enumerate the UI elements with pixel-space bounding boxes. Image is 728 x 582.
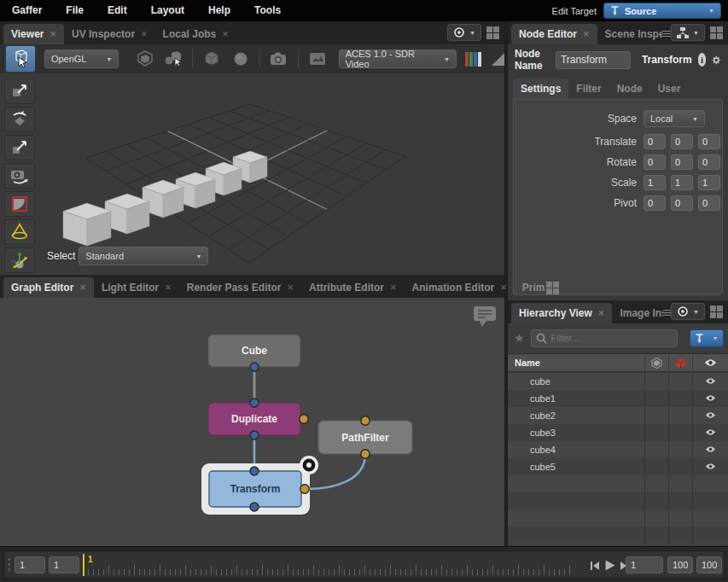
node-duplicate[interactable]: Duplicate — [208, 399, 308, 439]
node-port[interactable] — [361, 416, 370, 425]
tab-uv-inspector[interactable]: UV Inspector✕ — [64, 24, 155, 44]
filter-input[interactable] — [551, 333, 673, 343]
menu-edit[interactable]: Edit — [96, 0, 139, 21]
exposure-triangle-icon[interactable] — [492, 53, 504, 66]
layout-grid-icon[interactable] — [710, 306, 723, 318]
rotate-x-field[interactable] — [644, 154, 666, 170]
node-port[interactable] — [361, 450, 370, 458]
menu-lines-icon[interactable] — [663, 308, 671, 317]
visibility-toggle[interactable] — [692, 462, 728, 472]
renderer-dropdown[interactable]: OpenGL▼ — [44, 49, 119, 68]
space-dropdown[interactable]: Local▼ — [644, 110, 705, 127]
edit-scope-dropdown[interactable]: ▼ — [690, 329, 724, 347]
scale-z-field[interactable] — [698, 175, 720, 190]
transform-gizmo-tool-button[interactable] — [4, 247, 35, 273]
column-header-inclusions[interactable] — [644, 354, 668, 371]
info-icon[interactable]: i — [698, 53, 707, 67]
display-transform-dropdown[interactable]: ACES 1.0 - SDR Video▼ — [339, 49, 457, 68]
scale-tool-button[interactable] — [4, 135, 35, 160]
translate-z-field[interactable] — [698, 134, 720, 149]
frame-start-field[interactable] — [15, 556, 45, 573]
list-item[interactable]: cube1 — [508, 390, 728, 407]
close-icon[interactable]: ✕ — [79, 283, 86, 292]
list-item[interactable]: cube4 — [508, 441, 728, 458]
node-port[interactable] — [250, 399, 259, 407]
rotate-tool-button[interactable] — [4, 107, 35, 132]
node-port[interactable] — [250, 363, 259, 371]
translate-x-field[interactable] — [644, 134, 666, 149]
bookmarks-star-icon[interactable]: ★ — [514, 331, 525, 345]
close-icon[interactable]: ✕ — [50, 30, 56, 38]
tab-attribute-editor[interactable]: Attribute Editor✕ — [301, 277, 405, 298]
tab-image-inspector[interactable]: Image Inspe — [612, 303, 663, 323]
column-header-exclusions[interactable] — [668, 354, 692, 371]
pivot-z-field[interactable] — [698, 195, 720, 211]
shading-mode-button[interactable] — [197, 46, 226, 72]
annotation-bubble-icon[interactable] — [473, 306, 497, 328]
pivot-y-field[interactable] — [671, 195, 693, 211]
close-icon[interactable]: ✕ — [583, 30, 590, 38]
rotate-z-field[interactable] — [698, 154, 720, 170]
list-item[interactable]: cube3 — [508, 424, 728, 441]
light-tool-button[interactable] — [4, 219, 35, 245]
crop-window-tool-button[interactable] — [4, 191, 35, 217]
tab-node-editor[interactable]: Node Editor✕ — [511, 24, 597, 44]
lighting-mode-button[interactable] — [226, 46, 255, 72]
tab-graph-editor[interactable]: Graph Editor✕ — [3, 277, 94, 298]
panel-focus-button[interactable]: ▼ — [447, 24, 481, 41]
shaded-wireframe-button[interactable] — [131, 46, 160, 72]
tab-render-pass-editor[interactable]: Render Pass Editor✕ — [179, 277, 301, 298]
end-frame-field[interactable] — [667, 556, 693, 573]
tab-primitive-inspector[interactable]: Prim — [515, 277, 547, 298]
visibility-toggle[interactable] — [692, 410, 728, 421]
menu-layout[interactable]: Layout — [139, 0, 196, 21]
node-transform[interactable]: Transform — [201, 456, 318, 515]
menu-file[interactable]: File — [54, 0, 96, 21]
translate-tool-button[interactable] — [4, 79, 35, 104]
tab-filter[interactable]: Filter — [568, 79, 609, 99]
layout-grid-icon[interactable] — [546, 282, 559, 294]
list-item[interactable]: cube5 — [508, 458, 728, 475]
timeline-ruler[interactable] — [83, 554, 583, 578]
rotate-y-field[interactable] — [671, 154, 693, 170]
pivot-x-field[interactable] — [644, 195, 666, 211]
node-name-input[interactable] — [556, 51, 631, 69]
range-end-field[interactable] — [696, 556, 722, 573]
tab-light-editor[interactable]: Light Editor✕ — [94, 277, 179, 298]
node-pathfilter[interactable]: PathFilter — [318, 416, 412, 458]
tab-scene-inspector[interactable]: Scene Inspecto — [597, 24, 663, 44]
drag-handle[interactable] — [8, 558, 10, 571]
layout-grid-icon[interactable] — [710, 26, 723, 39]
camera-tool-button[interactable] — [4, 163, 35, 189]
visibility-toggle[interactable] — [692, 428, 728, 438]
tab-settings[interactable]: Settings — [513, 79, 568, 99]
close-icon[interactable]: ✕ — [141, 30, 148, 38]
node-port[interactable] — [300, 485, 309, 493]
visibility-toggle[interactable] — [692, 393, 728, 404]
menu-gaffer[interactable]: Gaffer — [0, 0, 54, 21]
close-icon[interactable]: ✕ — [598, 309, 605, 317]
menu-help[interactable]: Help — [196, 0, 242, 21]
tab-hierarchy-view[interactable]: Hierarchy View✕ — [511, 303, 612, 323]
tab-animation-editor[interactable]: Animation Editor✕ — [405, 277, 515, 298]
view-settings-button[interactable] — [303, 46, 332, 72]
list-item[interactable]: cube2 — [508, 407, 728, 424]
close-icon[interactable]: ✕ — [287, 283, 294, 292]
node-cube[interactable]: Cube — [208, 335, 300, 371]
node-port[interactable] — [250, 467, 259, 475]
edit-target-dropdown[interactable]: Source ▼ — [603, 3, 721, 19]
close-icon[interactable]: ✕ — [390, 283, 397, 292]
visibility-toggle[interactable] — [692, 445, 728, 455]
menu-lines-icon[interactable] — [662, 29, 671, 38]
tab-user[interactable]: User — [650, 79, 689, 99]
name-column-header[interactable]: Name — [515, 358, 540, 368]
list-item[interactable]: cube — [508, 373, 728, 390]
menu-tools[interactable]: Tools — [242, 0, 293, 21]
close-icon[interactable]: ✕ — [500, 283, 507, 292]
play-icon[interactable] — [604, 560, 615, 571]
column-header-visibility[interactable] — [692, 354, 728, 371]
expansion-button[interactable] — [159, 46, 188, 72]
layout-grid-icon[interactable] — [486, 26, 499, 39]
tab-node[interactable]: Node — [609, 79, 650, 99]
camera-settings-button[interactable] — [265, 46, 294, 72]
